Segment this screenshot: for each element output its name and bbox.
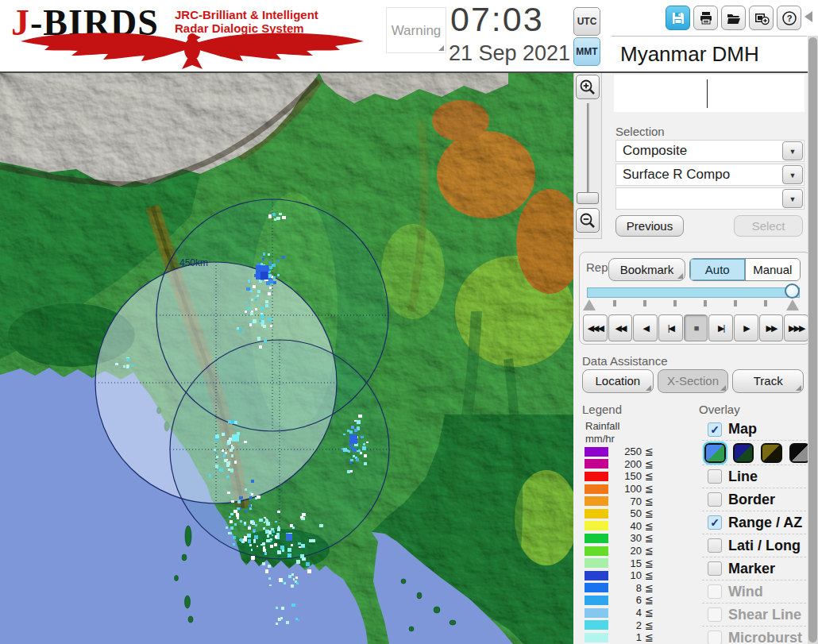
auto-button[interactable]: Auto: [690, 259, 745, 280]
marker-checkbox[interactable]: [708, 561, 722, 576]
map-style-swatch-3[interactable]: [761, 443, 782, 463]
tagline-line1: JRC-Brilliant & Intelligent: [175, 8, 318, 21]
legend-row-6: 6≦: [582, 594, 676, 607]
range-az-checkbox[interactable]: ✓: [708, 515, 722, 530]
legend-swatch: [585, 472, 608, 481]
line-label[interactable]: Line: [728, 469, 758, 485]
legend-unit-suffix: ≦: [645, 569, 654, 581]
map-label[interactable]: Map: [728, 421, 757, 438]
legend-value: 70: [608, 496, 642, 507]
border-checkbox[interactable]: [708, 492, 722, 507]
radar-map[interactable]: 450km: [0, 73, 573, 644]
zoom-slider-handle[interactable]: [577, 192, 599, 204]
open-folder-button[interactable]: [721, 6, 746, 30]
legend-unit-suffix: ≦: [645, 458, 654, 470]
line-checkbox[interactable]: [708, 469, 722, 484]
legend-value: 30: [608, 532, 642, 544]
slider-start-marker[interactable]: [583, 299, 596, 310]
panel-scrollbar: [808, 36, 818, 644]
step-forward-button[interactable]: ▶|: [708, 314, 733, 341]
map-checkbox[interactable]: ✓: [708, 422, 722, 437]
legend-unit-suffix: ≦: [645, 470, 654, 482]
dropdown-3[interactable]: ▼: [615, 187, 804, 210]
slider-end-marker[interactable]: [786, 299, 799, 310]
legend-swatch: [585, 484, 608, 494]
previous-button[interactable]: Previous: [615, 215, 684, 237]
add-capture-button[interactable]: [749, 6, 774, 30]
legend-unit-suffix: ≦: [645, 496, 654, 507]
range-az-label[interactable]: Range / AZ: [728, 515, 802, 531]
mmt-button[interactable]: MMT: [573, 37, 600, 66]
bookmark-button[interactable]: Bookmark: [608, 258, 685, 281]
step-backward-button[interactable]: |◀: [658, 314, 683, 341]
map-style-swatch-1[interactable]: [704, 443, 726, 463]
rewind-button[interactable]: ◀◀: [608, 314, 633, 341]
legend-row-2: 2≦: [582, 619, 676, 631]
fold-icon: [646, 385, 651, 391]
legend-unit-suffix: ≦: [645, 507, 654, 519]
legend-swatch: [585, 509, 608, 519]
slider-tick: [734, 300, 737, 307]
panel-collapse-arrow[interactable]: [804, 11, 812, 22]
zoom-in-button[interactable]: [576, 75, 600, 99]
legend-block: Rainfall mm/hr 250≦200≦150≦100≦70≦50≦40≦…: [582, 420, 676, 644]
warning-button[interactable]: Warning: [386, 7, 446, 53]
replay-mode-switch: Auto Manual: [689, 258, 801, 281]
play-forward-button[interactable]: ▶: [734, 314, 758, 341]
dropdown-1[interactable]: Composite▼: [615, 140, 804, 162]
legend-swatch: [585, 459, 608, 469]
panel-scrollbar-thumb[interactable]: [808, 37, 817, 642]
location-button[interactable]: Location: [582, 369, 654, 393]
replay-section: Replay Bookmark Auto Manual ◀◀◀◀◀◀|◀■▶|▶…: [579, 252, 811, 345]
bookmark-fold-icon: [677, 273, 683, 279]
forward-fast-button[interactable]: ▶▶▶: [784, 314, 808, 341]
selection-label: Selection: [615, 125, 665, 138]
legend-value: 150: [608, 470, 642, 482]
overlay-row-marker: Marker: [702, 557, 810, 580]
playback-controls: ◀◀◀◀◀◀|◀■▶|▶▶▶▶▶▶: [583, 314, 808, 341]
utc-button[interactable]: UTC: [573, 7, 600, 36]
zoom-slider-track[interactable]: [587, 103, 589, 203]
selection-dropdowns: Composite▼Surface R Compo▼▼: [615, 140, 804, 211]
play-backward-button[interactable]: ◀: [633, 314, 658, 341]
chevron-down-icon[interactable]: ▼: [782, 189, 803, 208]
range-distance-label: 450km: [179, 257, 208, 268]
legend-row-15: 15≦: [582, 557, 676, 569]
legend-value: 50: [608, 507, 642, 519]
forward-button[interactable]: ▶▶: [759, 314, 784, 341]
legend-row-50: 50≦: [582, 507, 676, 520]
replay-slider-handle[interactable]: [785, 283, 800, 299]
map-style-swatch-2[interactable]: [733, 443, 754, 463]
help-button[interactable]: ?: [777, 6, 801, 30]
lati-long-label[interactable]: Lati / Long: [728, 538, 801, 554]
save-icon: [670, 10, 686, 26]
legend-row-10: 10≦: [582, 569, 676, 582]
overlay-row-range-az: ✓Range / AZ: [702, 511, 810, 534]
legend-swatch: [585, 583, 608, 592]
zoom-out-button[interactable]: [576, 208, 600, 233]
marker-label[interactable]: Marker: [728, 561, 775, 577]
dropdown-2[interactable]: Surface R Compo▼: [615, 164, 804, 186]
legend-value: 200: [608, 458, 642, 470]
replay-slider-track[interactable]: [587, 287, 800, 298]
button-label: Track: [754, 374, 783, 388]
chevron-down-icon[interactable]: ▼: [782, 165, 803, 184]
chevron-down-icon[interactable]: ▼: [782, 141, 803, 160]
border-label[interactable]: Border: [728, 492, 775, 508]
lati-long-checkbox[interactable]: [708, 538, 722, 553]
x-section-button[interactable]: X-Section: [658, 369, 729, 393]
save-button[interactable]: [666, 6, 690, 30]
wind-label: Wind: [728, 584, 763, 600]
data-assistance-buttons: LocationX-SectionTrack: [582, 369, 804, 393]
legend-value: 250: [608, 445, 642, 457]
manual-button[interactable]: Manual: [745, 259, 801, 280]
print-button[interactable]: [693, 6, 718, 30]
legend-unit-suffix: ≦: [645, 582, 654, 594]
clock-date: 21 Sep 2021: [449, 41, 570, 66]
stop-button[interactable]: ■: [684, 314, 708, 341]
legend-value: 1: [608, 631, 642, 643]
track-button[interactable]: Track: [732, 369, 804, 393]
select-button[interactable]: Select: [734, 215, 803, 237]
rewind-fast-button[interactable]: ◀◀◀: [583, 314, 608, 341]
print-icon: [698, 10, 714, 26]
